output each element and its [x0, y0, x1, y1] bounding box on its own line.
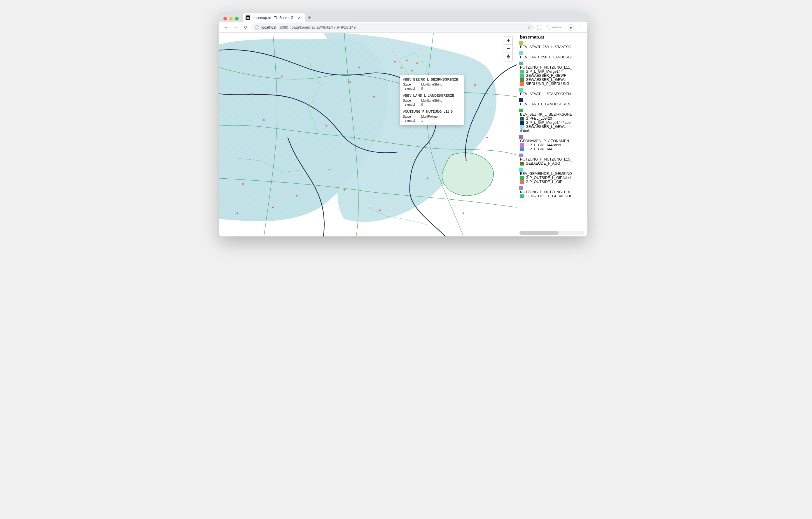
extension-2-icon[interactable]	[545, 24, 552, 31]
legend-group: BEV_STAAT_L_STAATSGREN	[519, 88, 584, 96]
legend-item-label: BEV_STAAT_L_STAATSGREN	[520, 92, 571, 96]
legend-item[interactable]: GIP_OUTSIDE_L_GIP	[520, 180, 584, 184]
svg-point-24	[358, 67, 360, 68]
legend-item[interactable]: BEV_GEMEINDE_L_GEMEIND	[520, 172, 584, 176]
legend-group: BEV_STAAT_250_L_STAATSG	[519, 41, 584, 49]
popup-row: $typeMultiPolygon	[403, 114, 461, 118]
legend-horizontal-scrollbar[interactable]	[519, 231, 584, 235]
legend-group-head[interactable]	[519, 51, 584, 55]
legend-item[interactable]: BEV_STAAT_250_L_STAATSG	[520, 45, 584, 49]
svg-point-15	[272, 207, 274, 208]
popup-section-title: #BEV_BEZIRK_L_BEZIRKSGRENZE	[403, 78, 461, 81]
profile-button[interactable]: ●	[568, 24, 574, 31]
nav-reload-button[interactable]: ⟳	[242, 24, 250, 31]
extension-1-icon[interactable]	[536, 24, 543, 31]
legend-group-head[interactable]	[519, 62, 584, 65]
legend-group-head[interactable]	[519, 99, 584, 102]
window-minimize-button[interactable]	[229, 17, 233, 21]
browser-menu-button[interactable]: ⋮	[576, 24, 584, 31]
tab-close-button[interactable]: ✕	[298, 16, 301, 20]
legend-item[interactable]: BEV_BEZIRK_L_BEZIRKSGRE	[520, 112, 584, 116]
legend-item[interactable]: /label	[520, 129, 584, 133]
legend-item-label: BEV_LAND_250_L_LANDESGI	[520, 55, 572, 59]
url-path: /data/basemap.at/#8.41/47.949/16.149	[290, 25, 355, 29]
legend-item[interactable]: GEWAESSER_F_GEWF	[520, 74, 584, 78]
site-info-icon[interactable]: i	[255, 25, 259, 29]
popup-key: $type	[403, 83, 418, 86]
extension-ws-client-icon[interactable]: WS Client	[554, 24, 560, 31]
legend-item[interactable]: GEWAESSER_L_GEWL	[520, 78, 584, 82]
new-tab-button[interactable]: +	[306, 13, 314, 22]
legend-group-head[interactable]	[519, 88, 584, 92]
legend-item[interactable]: GEBAEUDE_F_GEBAEUDE	[520, 194, 584, 198]
popup-key: _symbol	[403, 87, 418, 90]
svg-point-3	[281, 76, 283, 77]
legend-hscroll-thumb[interactable]	[519, 231, 558, 235]
map-canvas[interactable]: + − #BEV_BEZIRK_L_BEZIRKSGRENZE$typeMult…	[219, 33, 517, 237]
legend-item[interactable]: BEV_LAND_L_LANDESGREN	[520, 102, 584, 106]
popup-key: $type	[403, 99, 418, 102]
legend-item[interactable]: GEBAEUDE_F_AGG	[520, 161, 584, 165]
legend-item[interactable]: NUTZUNG_F_NUTZUNG_L16_	[520, 190, 584, 194]
legend-group-head[interactable]	[519, 168, 584, 172]
legend-item[interactable]: SIEDLUNG_P_SIEDLUNG	[520, 82, 584, 86]
svg-point-26	[463, 213, 464, 214]
legend-group: NUTZUNG_F_NUTZUNG_L11_GIP_L_GIP_Merge144…	[519, 62, 584, 86]
legend-item[interactable]: GIP_L_GIP_Merge144	[520, 70, 584, 74]
popup-row: _symbol0	[403, 103, 461, 107]
legend-item[interactable]: BEV_LAND_250_L_LANDESGI	[520, 55, 584, 59]
legend-item-label: GIP_OUTSIDE_L_GIP	[526, 180, 562, 184]
svg-point-23	[329, 169, 330, 170]
legend-swatch-icon	[520, 117, 524, 120]
address-bar[interactable]: i localhost:8080/data/basemap.at/#8.41/4…	[252, 23, 534, 31]
legend-scroll[interactable]: basemap.at BEV_STAAT_250_L_STAATSGBEV_LA…	[517, 33, 587, 229]
window-zoom-button[interactable]	[235, 17, 239, 21]
map-svg	[219, 33, 517, 237]
legend-group-head[interactable]	[519, 135, 584, 139]
legend-group: NUTZUNG_F_NUTZUNG_L15_GEBAEUDE_F_AGG	[519, 154, 584, 165]
popup-value: 1	[421, 119, 423, 122]
popup-section-title: #BEV_LAND_L_LANDESGRENZE	[403, 92, 461, 97]
legend-item[interactable]: GIP_L_GIP_144	[520, 147, 584, 151]
legend-item[interactable]: NUTZUNG_F_NUTZUNG_L15_	[520, 157, 584, 161]
legend-item-label: GEBAEUDE_F_GEBAEUDE	[526, 194, 572, 198]
window-controls	[219, 12, 243, 22]
svg-point-4	[308, 105, 310, 106]
legend-item[interactable]: GEONAMEN_P_GEONAMEN	[520, 139, 584, 143]
legend-item[interactable]: NUTZUNG_F_NUTZUNG_L11_	[520, 65, 584, 70]
legend-item[interactable]: GIP_OUTSIDE_L_GIP/label	[520, 176, 584, 180]
legend-item-label: SIEDLUNG_P_SIEDLUNG	[526, 82, 569, 86]
feature-popup: #BEV_BEZIRK_L_BEZIRKSGRENZE$typeMultiLin…	[400, 75, 464, 125]
zoom-in-button[interactable]: +	[504, 36, 513, 45]
legend-item-label: BEV_BEZIRK_L_BEZIRKSGRE	[520, 112, 572, 116]
legend-item[interactable]: GEWAESSER_L_GEWL	[520, 125, 584, 129]
svg-point-12	[416, 62, 418, 64]
legend-group-head[interactable]	[519, 154, 584, 157]
legend-group-head[interactable]	[519, 41, 584, 45]
popup-row: _symbol0	[403, 86, 461, 90]
legend-item[interactable]: GIP_L_GIP_144/label	[520, 143, 584, 147]
window-close-button[interactable]	[224, 17, 227, 21]
legend-group-head[interactable]	[519, 109, 584, 112]
legend-item-label: GIP_L_GIP_144	[526, 147, 552, 151]
legend-item-label: GEWAESSER_L_GEWL	[526, 125, 566, 129]
nav-forward-button[interactable]: →	[232, 24, 240, 31]
legend-children: GEONAMEN_P_GEONAMENGIP_L_GIP_144/labelGI…	[520, 139, 584, 151]
legend-item-label: NUTZUNG_F_NUTZUNG_L11_	[520, 65, 572, 70]
nav-back-button[interactable]: ←	[222, 24, 230, 31]
compass-button[interactable]	[504, 53, 513, 61]
svg-point-21	[486, 137, 488, 138]
legend-swatch-icon	[519, 88, 523, 92]
bookmark-star-icon[interactable]: ☆	[527, 25, 531, 30]
legend-group-head[interactable]	[519, 186, 584, 190]
legend-children: BEV_GEMEINDE_L_GEMEINDGIP_OUTSIDE_L_GIP/…	[520, 172, 584, 184]
legend-swatch-icon	[519, 99, 523, 102]
tab-strip: GL basemap.at - TileServer GL ✕ +	[219, 12, 587, 22]
legend-swatch-icon	[520, 74, 524, 78]
legend-item[interactable]: GIP_L_GIP_Merge144/label	[520, 120, 584, 125]
zoom-out-button[interactable]: −	[504, 45, 513, 53]
browser-tab-active[interactable]: GL basemap.at - TileServer GL ✕	[243, 13, 306, 22]
svg-point-17	[343, 189, 345, 191]
legend-item[interactable]: GIPFEL_L09-20	[520, 116, 584, 120]
legend-item[interactable]: BEV_STAAT_L_STAATSGREN	[520, 92, 584, 96]
